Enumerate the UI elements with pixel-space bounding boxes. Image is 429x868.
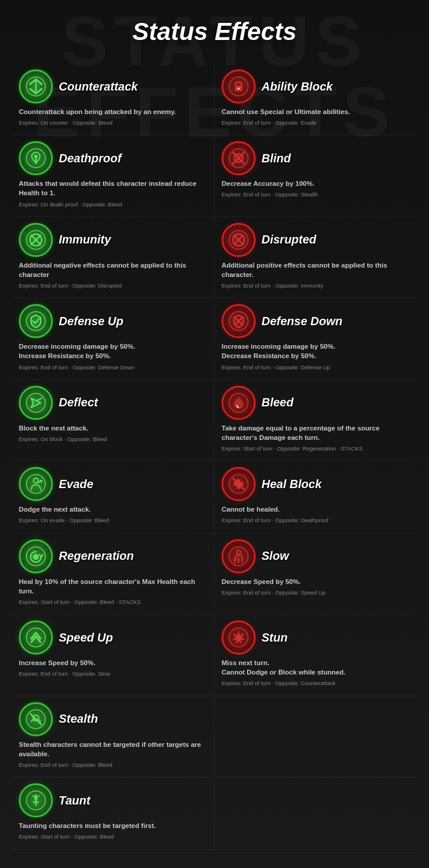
taunt-name: Taunt bbox=[59, 794, 91, 807]
footer: Requested by TyeJae ≋ MSF BOT .gg ≋ —se bbox=[0, 862, 429, 868]
immunity-desc: Additional negative effects cannot be ap… bbox=[19, 261, 207, 279]
deathproof-desc: Attacks that would defeat this character… bbox=[19, 179, 207, 198]
evade-desc: Dodge the next attack. bbox=[19, 505, 207, 514]
ability-block-desc: Cannot use Special or Ultimate abilities… bbox=[222, 107, 410, 116]
stun-meta: Expires: End of turn · Opposite: Counter… bbox=[222, 679, 410, 687]
disrupted-name: Disrupted bbox=[262, 233, 316, 246]
immunity-icon bbox=[19, 223, 53, 257]
effect-defense-down: Defense Down Increase incoming damage by… bbox=[214, 298, 417, 379]
svg-point-25 bbox=[26, 393, 45, 412]
defense-up-name: Defense Up bbox=[59, 315, 123, 328]
effect-ability-block: Ability Block Cannot use Special or Ulti… bbox=[214, 64, 417, 135]
effects-grid: Counterattack Counterattack upon being a… bbox=[12, 64, 417, 850]
effect-taunt: Taunt Taunting characters must be target… bbox=[12, 777, 214, 849]
slow-icon bbox=[222, 539, 256, 573]
ability-block-icon bbox=[222, 69, 256, 104]
effect-disrupted: Disrupted Additional positive effects ca… bbox=[214, 217, 417, 298]
ability-block-name: Ability Block bbox=[262, 80, 333, 94]
effect-heal-block: Heal Block Cannot be healed. Expires: En… bbox=[214, 461, 417, 533]
effect-counterattack: Counterattack Counterattack upon being a… bbox=[12, 64, 214, 135]
svg-rect-36 bbox=[33, 555, 39, 559]
svg-point-6 bbox=[34, 155, 38, 158]
defense-down-icon bbox=[222, 304, 256, 338]
blind-meta: Expires: End of turn · Opposite: Stealth bbox=[222, 191, 410, 198]
bleed-icon bbox=[222, 386, 256, 420]
counterattack-desc: Counterattack upon being attacked by an … bbox=[19, 107, 207, 116]
deathproof-name: Deathproof bbox=[59, 152, 122, 165]
stealth-meta: Expires: End of turn · Opposite: Bleed bbox=[19, 761, 207, 769]
page-title: Status Effects bbox=[12, 6, 417, 64]
disrupted-desc: Additional positive effects cannot be ap… bbox=[222, 261, 410, 279]
heal-block-name: Heal Block bbox=[262, 478, 321, 491]
immunity-meta: Expires: End of turn · Opposite: Disrupt… bbox=[19, 282, 207, 289]
effect-immunity: Immunity Additional negative effects can… bbox=[12, 217, 214, 298]
counterattack-icon bbox=[19, 69, 53, 104]
effect-stealth: Stealth Stealth characters cannot be tar… bbox=[12, 696, 214, 777]
regeneration-desc: Heal by 10% of the source character's Ma… bbox=[19, 577, 207, 596]
speed-up-name: Speed Up bbox=[59, 631, 113, 645]
counterattack-name: Counterattack bbox=[59, 80, 138, 94]
defense-down-meta: Expires: End of turn · Opposite: Defense… bbox=[222, 363, 410, 371]
deathproof-icon bbox=[19, 141, 53, 175]
blind-desc: Decrease Accuracy by 100%. bbox=[222, 179, 410, 188]
stealth-name: Stealth bbox=[59, 712, 98, 726]
svg-line-26 bbox=[37, 398, 42, 400]
disrupted-icon bbox=[222, 223, 256, 257]
blind-name: Blind bbox=[262, 152, 291, 165]
stealth-desc: Stealth characters cannot be targeted if… bbox=[19, 740, 207, 759]
stun-name: Stun bbox=[262, 631, 287, 645]
effect-regeneration: Regeneration Heal by 10% of the source c… bbox=[12, 533, 214, 615]
ability-block-meta: Expires: End of turn · Opposite: Evade bbox=[222, 119, 410, 126]
effect-bleed: Bleed Take damage equal to a percentage … bbox=[214, 380, 417, 461]
blind-icon bbox=[222, 141, 256, 175]
speed-up-meta: Expires: End of turn · Opposite: Slow bbox=[19, 670, 207, 677]
svg-point-49 bbox=[35, 794, 37, 797]
defense-up-icon bbox=[19, 304, 53, 338]
regeneration-icon bbox=[19, 539, 53, 573]
deflect-icon bbox=[19, 386, 53, 420]
effect-slow: Slow Decrease Speed by 50%. Expires: End… bbox=[214, 533, 417, 615]
regeneration-meta: Expires: Start of turn · Opposite: Bleed… bbox=[19, 598, 207, 606]
bleed-desc: Take damage equal to a percentage of the… bbox=[222, 423, 410, 442]
effect-speed-up: Speed Up Increase Speed by 50%. Expires:… bbox=[12, 615, 214, 696]
effect-defense-up: Defense Up Decrease incoming damage by 5… bbox=[12, 298, 214, 379]
deflect-desc: Block the next attack. bbox=[19, 423, 207, 433]
deflect-name: Deflect bbox=[59, 396, 98, 409]
svg-point-4 bbox=[238, 88, 240, 89]
bleed-meta: Expires: Start of turn · Opposite: Regen… bbox=[222, 445, 410, 452]
empty-cell-stealth bbox=[214, 696, 417, 777]
svg-point-38 bbox=[237, 550, 241, 554]
counterattack-meta: Expires: On counter · Opposite: Bleed bbox=[19, 119, 207, 126]
heal-block-desc: Cannot be healed. bbox=[222, 505, 410, 514]
effect-evade: Evade Dodge the next attack. Expires: On… bbox=[12, 461, 214, 533]
evade-meta: Expires: On evade · Opposite: Bleed bbox=[19, 516, 207, 524]
stun-icon bbox=[222, 620, 256, 655]
speed-up-icon bbox=[19, 620, 53, 655]
defense-down-name: Defense Down bbox=[262, 315, 343, 328]
stealth-icon bbox=[19, 702, 53, 736]
defense-up-meta: Expires: End of turn · Opposite: Defense… bbox=[19, 363, 207, 371]
taunt-desc: Taunting characters must be targeted fir… bbox=[19, 821, 207, 830]
effect-stun: Stun Miss next turn.Cannot Dodge or Bloc… bbox=[214, 615, 417, 696]
deflect-meta: Expires: On block · Opposite: Bleed bbox=[19, 435, 207, 443]
slow-desc: Decrease Speed by 50%. bbox=[222, 577, 410, 586]
effect-blind: Blind Decrease Accuracy by 100%. Expires… bbox=[214, 135, 417, 216]
slow-meta: Expires: End of turn · Opposite: Speed U… bbox=[222, 589, 410, 596]
heal-block-icon bbox=[222, 467, 256, 501]
defense-down-desc: Increase incoming damage by 50%.Decrease… bbox=[222, 342, 410, 360]
deathproof-meta: Expires: On death proof · Opposite: Blee… bbox=[19, 201, 207, 208]
immunity-name: Immunity bbox=[59, 233, 111, 246]
taunt-icon bbox=[19, 783, 53, 817]
effect-deathproof: Deathproof Attacks that would defeat thi… bbox=[12, 135, 214, 216]
speed-up-desc: Increase Speed by 50%. bbox=[19, 658, 207, 667]
empty-cell-taunt bbox=[214, 777, 417, 849]
heal-block-meta: Expires: End of turn · Opposite: Deathpr… bbox=[222, 516, 410, 524]
taunt-meta: Expires: Start of turn · Opposite: Bleed bbox=[19, 833, 207, 840]
evade-icon bbox=[19, 467, 53, 501]
disrupted-meta: Expires: End of turn · Opposite: Immunit… bbox=[222, 282, 410, 289]
defense-up-desc: Decrease incoming damage by 50%.Increase… bbox=[19, 342, 207, 360]
slow-name: Slow bbox=[262, 549, 289, 563]
effect-deflect: Deflect Block the next attack. Expires: … bbox=[12, 380, 214, 461]
stun-desc: Miss next turn.Cannot Dodge or Block whi… bbox=[222, 658, 410, 677]
evade-name: Evade bbox=[59, 478, 93, 491]
